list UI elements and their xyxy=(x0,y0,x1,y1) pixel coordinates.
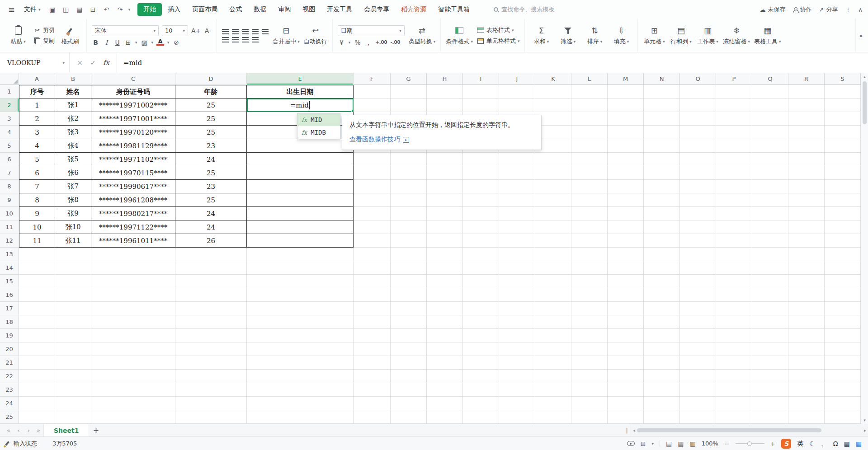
cell-K12[interactable] xyxy=(535,234,571,248)
cell-C1[interactable]: 身份证号码 xyxy=(91,85,175,98)
select-all-corner[interactable] xyxy=(0,73,19,85)
cell-J24[interactable] xyxy=(499,397,535,410)
cell-J19[interactable] xyxy=(499,329,535,342)
menu-tab-公式[interactable]: 公式 xyxy=(223,3,248,16)
cell-H6[interactable] xyxy=(427,153,463,166)
cell-R1[interactable] xyxy=(788,85,825,98)
cell-S15[interactable] xyxy=(825,275,861,288)
cell-H10[interactable] xyxy=(427,207,463,220)
cell-B13[interactable] xyxy=(55,248,91,261)
cell-F21[interactable] xyxy=(354,356,391,370)
cell-O5[interactable] xyxy=(680,139,716,153)
cell-S8[interactable] xyxy=(825,180,861,193)
cell-L14[interactable] xyxy=(571,261,608,275)
cell-N6[interactable] xyxy=(644,153,680,166)
increase-font-icon[interactable]: A+ xyxy=(191,27,201,34)
cell-E2[interactable]: =mid xyxy=(247,98,354,112)
cell-A25[interactable] xyxy=(19,410,55,424)
cell-N1[interactable] xyxy=(644,85,680,98)
cell-I9[interactable] xyxy=(463,193,499,207)
cell-N12[interactable] xyxy=(644,234,680,248)
cell-E8[interactable] xyxy=(247,180,354,193)
cell-S6[interactable] xyxy=(825,153,861,166)
cell-C14[interactable] xyxy=(91,261,175,275)
cell-G1[interactable] xyxy=(391,85,427,98)
cell-D15[interactable] xyxy=(175,275,247,288)
cell-E20[interactable] xyxy=(247,342,354,356)
cell-J13[interactable] xyxy=(499,248,535,261)
cell-K24[interactable] xyxy=(535,397,571,410)
cell-H9[interactable] xyxy=(427,193,463,207)
cell-J16[interactable] xyxy=(499,288,535,302)
cell-Q21[interactable] xyxy=(752,356,788,370)
cell-M6[interactable] xyxy=(608,153,644,166)
cell-A7[interactable]: 6 xyxy=(19,166,55,180)
cell-R12[interactable] xyxy=(788,234,825,248)
cell-H8[interactable] xyxy=(427,180,463,193)
cell-M7[interactable] xyxy=(608,166,644,180)
chevron-down-icon[interactable]: ▾ xyxy=(651,441,654,446)
cell-C21[interactable] xyxy=(91,356,175,370)
cell-C15[interactable] xyxy=(91,275,175,288)
cell-O6[interactable] xyxy=(680,153,716,166)
align-left-icon[interactable] xyxy=(222,37,229,42)
cell-P7[interactable] xyxy=(716,166,752,180)
cell-E7[interactable] xyxy=(247,166,354,180)
cell-I18[interactable] xyxy=(463,315,499,329)
column-header-N[interactable]: N xyxy=(644,73,680,85)
zoom-out-icon[interactable]: − xyxy=(724,440,730,447)
cell-R22[interactable] xyxy=(788,370,825,383)
cell-H15[interactable] xyxy=(427,275,463,288)
function-help-link[interactable]: 查看函数操作技巧▸ xyxy=(349,136,534,144)
underline-button[interactable]: U xyxy=(113,39,121,46)
cell-K2[interactable] xyxy=(535,98,571,112)
cell-F1[interactable] xyxy=(354,85,391,98)
column-header-C[interactable]: C xyxy=(91,73,175,85)
cell-D22[interactable] xyxy=(175,370,247,383)
print-preview-icon[interactable]: ⊡ xyxy=(88,6,99,13)
cell-G23[interactable] xyxy=(391,383,427,397)
cell-A6[interactable]: 5 xyxy=(19,153,55,166)
cell-A21[interactable] xyxy=(19,356,55,370)
cell-E16[interactable] xyxy=(247,288,354,302)
cell-K10[interactable] xyxy=(535,207,571,220)
cell-A14[interactable] xyxy=(19,261,55,275)
cell-C10[interactable]: ******19980217**** xyxy=(91,207,175,220)
cell-S1[interactable] xyxy=(825,85,861,98)
horizontal-scrollbar[interactable]: ◂ ▸ xyxy=(631,424,868,436)
align-bottom-icon[interactable] xyxy=(242,29,249,34)
cell-M21[interactable] xyxy=(608,356,644,370)
cell-M18[interactable] xyxy=(608,315,644,329)
visibility-icon[interactable] xyxy=(627,441,635,446)
cell-L19[interactable] xyxy=(571,329,608,342)
cell-C9[interactable]: ******19961208**** xyxy=(91,193,175,207)
cell-P5[interactable] xyxy=(716,139,752,153)
cut-button[interactable]: ✂剪切 xyxy=(33,26,55,34)
clear-format-button[interactable]: ⊘ xyxy=(173,39,180,46)
cell-H12[interactable] xyxy=(427,234,463,248)
cell-I6[interactable] xyxy=(463,153,499,166)
cell-B6[interactable]: 张5 xyxy=(55,153,91,166)
cell-R6[interactable] xyxy=(788,153,825,166)
fill-handle[interactable] xyxy=(351,110,354,112)
cell-B2[interactable]: 张1 xyxy=(55,98,91,112)
cell-M10[interactable] xyxy=(608,207,644,220)
cell-M2[interactable] xyxy=(608,98,644,112)
table-tools-button[interactable]: ▦ 表格工具▾ xyxy=(754,26,781,46)
cell-O16[interactable] xyxy=(680,288,716,302)
cell-B3[interactable]: 张2 xyxy=(55,112,91,126)
menu-tab-审阅[interactable]: 审阅 xyxy=(272,3,297,16)
cell-L20[interactable] xyxy=(571,342,608,356)
row-header-7[interactable]: 7 xyxy=(0,166,19,180)
cell-S21[interactable] xyxy=(825,356,861,370)
row-header-5[interactable]: 5 xyxy=(0,139,19,153)
cell-N11[interactable] xyxy=(644,220,680,234)
cell-P14[interactable] xyxy=(716,261,752,275)
decrease-indent-icon[interactable] xyxy=(252,29,259,34)
cell-P2[interactable] xyxy=(716,98,752,112)
cell-Q15[interactable] xyxy=(752,275,788,288)
cell-Q3[interactable] xyxy=(752,112,788,126)
column-header-G[interactable]: G xyxy=(391,73,427,85)
cell-I2[interactable] xyxy=(463,98,499,112)
currency-button[interactable]: ¥ xyxy=(338,39,345,46)
